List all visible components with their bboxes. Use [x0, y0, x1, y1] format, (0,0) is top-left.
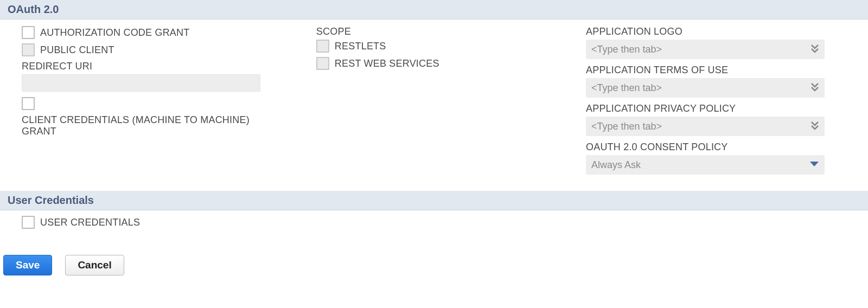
oauth-col-2: SCOPE RESTLETS REST WEB SERVICES — [316, 26, 564, 180]
double-chevron-down-icon[interactable] — [810, 123, 819, 130]
public-client-label: PUBLIC CLIENT — [40, 44, 114, 56]
cancel-button[interactable]: Cancel — [65, 255, 124, 275]
user-credentials-label: USER CREDENTIALS — [40, 217, 140, 228]
auth-code-grant-label: AUTHORIZATION CODE GRANT — [40, 27, 189, 39]
user-credentials-checkbox[interactable] — [22, 216, 35, 229]
app-privacy-label: APPLICATION PRIVACY POLICY — [586, 103, 846, 114]
app-logo-label: APPLICATION LOGO — [586, 26, 846, 37]
app-privacy-input[interactable] — [586, 117, 825, 136]
oauth-section-header: OAuth 2.0 — [0, 0, 868, 20]
consent-policy-select[interactable]: Always Ask — [586, 155, 825, 175]
redirect-uri-label: REDIRECT URI — [22, 61, 295, 72]
app-logo-input[interactable] — [586, 40, 825, 59]
double-chevron-down-icon[interactable] — [810, 46, 819, 53]
rest-web-services-checkbox[interactable] — [316, 57, 329, 70]
oauth-section-body: AUTHORIZATION CODE GRANT PUBLIC CLIENT R… — [0, 20, 868, 191]
app-tou-label: APPLICATION TERMS OF USE — [586, 65, 846, 76]
user-credentials-section-header: User Credentials — [0, 191, 868, 210]
button-bar: Save Cancel — [0, 249, 868, 281]
auth-code-grant-checkbox[interactable] — [22, 26, 35, 39]
double-chevron-down-icon[interactable] — [810, 84, 819, 92]
oauth-col-1: AUTHORIZATION CODE GRANT PUBLIC CLIENT R… — [22, 26, 295, 180]
rest-web-services-label: REST WEB SERVICES — [335, 58, 439, 69]
public-client-checkbox[interactable] — [22, 43, 35, 56]
oauth-col-3: APPLICATION LOGO APPLICATION TERMS OF US… — [586, 26, 846, 180]
user-credentials-section-body: USER CREDENTIALS — [0, 210, 868, 249]
client-credentials-label: CLIENT CREDENTIALS (MACHINE TO MACHINE) … — [22, 114, 260, 137]
consent-policy-label: OAUTH 2.0 CONSENT POLICY — [586, 142, 846, 153]
client-credentials-checkbox[interactable] — [22, 97, 35, 110]
scope-label: SCOPE — [316, 26, 564, 37]
consent-policy-value: Always Ask — [591, 159, 641, 171]
redirect-uri-input[interactable] — [22, 74, 260, 92]
save-button[interactable]: Save — [3, 255, 52, 275]
restlets-label: RESTLETS — [335, 41, 386, 52]
restlets-checkbox[interactable] — [316, 40, 329, 53]
caret-down-icon[interactable] — [809, 160, 819, 170]
app-tou-input[interactable] — [586, 78, 825, 98]
